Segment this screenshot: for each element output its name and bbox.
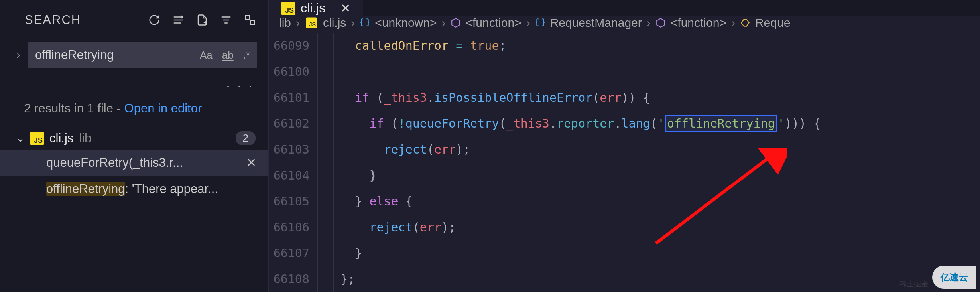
whole-word-toggle[interactable]: ab [222,49,234,61]
breadcrumb-item[interactable]: lib [279,16,291,30]
search-match-highlight: offlineRetrying [665,115,777,132]
breadcrumb-item[interactable]: RequestManager [550,16,642,30]
line-number: 66103 [269,136,309,162]
search-query-text: offlineRetrying [35,48,200,62]
breadcrumb-sep: › [351,16,355,30]
regex-toggle[interactable]: .* [243,49,250,61]
breadcrumb[interactable]: lib › JS cli.js › <unknown> › <function>… [269,16,980,30]
function-icon [451,18,461,28]
result-text: offlineRetrying: 'There appear... [46,182,260,196]
breadcrumb-item[interactable]: <function> [671,16,726,30]
line-number: 66101 [269,85,309,110]
chevron-right-icon[interactable]: › [12,49,25,61]
chevron-down-icon[interactable]: ⌄ [16,132,25,144]
new-file-icon[interactable] [196,14,209,26]
search-result-item[interactable]: offlineRetrying: 'There appear... [0,176,268,202]
breadcrumb-item[interactable]: Reque [755,16,790,30]
line-number: 66099 [269,33,309,59]
line-gutter: 6609966100661016610266103661046610566106… [269,33,317,292]
line-number: 66105 [269,188,309,214]
code-line: } [326,162,821,188]
code-line: if (!queueForRetry(_this3.reporter.lang(… [326,110,821,136]
clear-all-icon[interactable] [172,14,185,26]
breadcrumb-item[interactable]: cli.js [323,16,346,30]
refresh-icon[interactable] [148,14,161,26]
collapse-icon[interactable] [220,14,232,26]
result-text: queueForRetry(_this3.r... [46,156,242,170]
svg-rect-0 [246,16,250,20]
breadcrumb-item[interactable]: <unknown> [375,16,437,30]
search-panel: SEARCH › [0,0,269,292]
tab-bar: JS cli.js ✕ [269,0,980,16]
search-input[interactable]: offlineRetrying Aa ab .* [28,42,257,68]
more-options-icon[interactable]: · · · [0,76,268,94]
summary-text: 2 results in 1 file - [24,101,124,115]
view-tree-icon[interactable] [244,14,256,26]
svg-rect-1 [250,20,254,24]
open-in-editor-link[interactable]: Open in editor [124,101,202,115]
breadcrumb-sep: › [731,16,735,30]
breadcrumb-sep: › [442,16,446,30]
namespace-icon [535,18,545,28]
watermark-badge: 亿速云 [932,266,976,289]
editor-area: JS cli.js ✕ lib › JS cli.js › <unknown> … [269,0,980,292]
tab-name: cli.js [301,1,325,16]
watermark-text: 稀土掘金 [899,279,928,289]
dismiss-result-icon[interactable]: ✕ [242,156,260,170]
line-number: 66107 [269,240,309,266]
line-number: 66104 [269,162,309,188]
js-file-icon: JS [306,17,317,28]
breadcrumb-sep: › [647,16,651,30]
line-number: 66108 [269,266,309,292]
line-number: 66102 [269,110,309,136]
breadcrumb-sep: › [296,16,300,30]
close-tab-icon[interactable]: ✕ [340,1,350,15]
code-line: } [326,240,821,266]
search-title: SEARCH [25,13,142,27]
code-line: reject(err); [326,214,821,240]
code-line: if (_this3.isPossibleOfflineError(err)) … [326,85,821,110]
code-line: calledOnError = true; [326,33,821,59]
code-line: }; [326,266,821,292]
method-icon [740,18,750,28]
line-number: 66100 [269,59,309,85]
code-lines: calledOnError = true; if (_this3.isPossi… [317,33,821,292]
result-file-row[interactable]: ⌄ JS cli.js lib 2 [0,127,268,150]
results-summary: 2 results in 1 file - Open in editor [0,94,268,127]
result-file-name: cli.js [49,131,73,146]
breadcrumb-sep: › [526,16,530,30]
breadcrumb-item[interactable]: <function> [466,16,521,30]
code-editor[interactable]: 6609966100661016610266103661046610566106… [269,30,980,292]
js-file-icon: JS [281,2,295,15]
code-line: reject(err); [326,136,821,162]
watermark: 稀土掘金 亿速云 [899,266,976,289]
namespace-icon [360,18,370,28]
match-case-toggle[interactable]: Aa [200,49,213,61]
function-icon [655,18,666,28]
code-line [326,59,821,85]
result-count-badge: 2 [236,131,256,145]
result-highlight: offlineRetrying [46,182,125,196]
result-file-path: lib [79,131,91,146]
editor-tab[interactable]: JS cli.js ✕ [269,0,363,16]
search-result-item[interactable]: queueForRetry(_this3.r... ✕ [0,150,268,176]
line-number: 66106 [269,214,309,240]
code-line: } else { [326,188,821,214]
js-file-icon: JS [30,132,44,145]
